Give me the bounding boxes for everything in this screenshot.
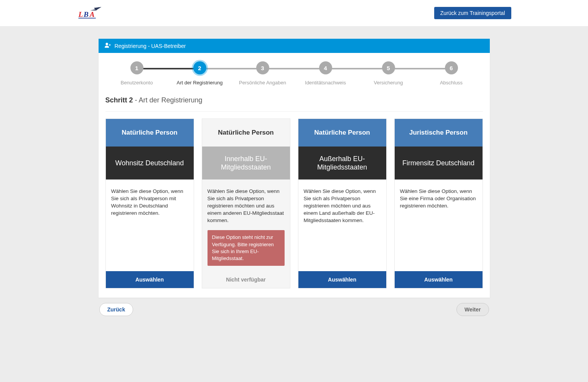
step-title: Schritt 2 - Art der Registrierung (105, 93, 483, 112)
card-body: Wählen Sie diese Option, wenn Sie sich a… (106, 179, 194, 271)
step-label: Benutzerkonto (121, 80, 153, 86)
card-sub: Wohnsitz Deutschland (106, 147, 194, 179)
step-5: 5Versicherung (357, 61, 420, 86)
step-label: Abschluss (440, 80, 463, 86)
card-sub: Innerhalb EU-Mitgliedsstaaten (202, 147, 290, 179)
step-label: Art der Registrierung (177, 80, 223, 86)
option-cards: Natürliche PersonWohnsitz DeutschlandWäh… (105, 119, 483, 288)
unavailable-alert: Diese Option steht nicht zur Verfügung. … (208, 230, 285, 266)
step-3: 3Persönliche Angaben (231, 61, 294, 86)
svg-rect-3 (78, 18, 96, 18)
svg-text:B: B (83, 10, 89, 18)
step-4: 4Identitätsnachweis (294, 61, 357, 86)
back-to-portal-button[interactable]: Zurück zum Trainingsportal (434, 7, 511, 19)
step-circle: 2 (193, 61, 206, 74)
option-card-2: Natürliche PersonInnerhalb EU-Mitgliedss… (202, 119, 290, 288)
card-description: Wählen Sie diese Option, wenn Sie sich a… (208, 188, 285, 224)
step-label: Identitätsnachweis (305, 80, 346, 86)
step-label: Versicherung (374, 80, 403, 86)
nav-row: Zurück Weiter (99, 303, 490, 316)
unavailable-button: Nicht verfügbar (202, 271, 290, 288)
step-title-bold: Schritt 2 (105, 96, 133, 104)
svg-text:A: A (89, 10, 94, 18)
user-plus-icon (105, 43, 111, 49)
step-label: Persönliche Angaben (239, 80, 286, 86)
svg-text:L: L (78, 10, 83, 18)
back-button[interactable]: Zurück (99, 303, 133, 316)
step-circle: 5 (382, 61, 395, 74)
step-circle: 1 (130, 61, 143, 74)
panel-header: Registrierung - UAS-Betreiber (99, 39, 490, 53)
next-button[interactable]: Weiter (456, 303, 489, 316)
step-circle: 3 (256, 61, 269, 74)
top-header: L B A Zurück zum Trainingsportal (0, 0, 588, 26)
step-circle: 4 (319, 61, 332, 74)
card-head: Natürliche Person (298, 119, 386, 147)
card-body: Wählen Sie diese Option, wenn Sie sich a… (202, 179, 290, 271)
card-head: Natürliche Person (106, 119, 194, 147)
option-card-1: Natürliche PersonWohnsitz DeutschlandWäh… (105, 119, 194, 288)
option-card-4: Juristische PersonFirmensitz Deutschland… (394, 119, 483, 288)
card-body: Wählen Sie diese Option, wenn Sie sich a… (298, 179, 386, 271)
step-6: 6Abschluss (420, 61, 483, 86)
card-head: Juristische Person (395, 119, 483, 147)
card-description: Wählen Sie diese Option, wenn Sie sich a… (111, 188, 188, 217)
card-sub: Außerhalb EU-Mitgliedsstaaten (298, 147, 386, 179)
card-head: Natürliche Person (202, 119, 290, 147)
step-circle: 6 (445, 61, 458, 74)
card-body: Wählen Sie diese Option, wenn Sie eine F… (395, 179, 483, 271)
option-card-3: Natürliche PersonAußerhalb EU-Mitgliedss… (298, 119, 387, 288)
select-button[interactable]: Auswählen (395, 271, 483, 288)
step-2: 2Art der Registrierung (168, 61, 231, 86)
card-description: Wählen Sie diese Option, wenn Sie eine F… (400, 188, 477, 210)
step-1: 1Benutzerkonto (105, 61, 168, 86)
lba-logo: L B A (77, 5, 103, 21)
select-button[interactable]: Auswählen (106, 271, 194, 288)
card-description: Wählen Sie diese Option, wenn Sie sich a… (304, 188, 381, 224)
step-title-light: - Art der Registrierung (133, 96, 203, 104)
card-sub: Firmensitz Deutschland (395, 147, 483, 179)
panel-title: Registrierung - UAS-Betreiber (115, 43, 186, 49)
stepper: 1Benutzerkonto2Art der Registrierung3Per… (105, 61, 483, 86)
select-button[interactable]: Auswählen (298, 271, 386, 288)
